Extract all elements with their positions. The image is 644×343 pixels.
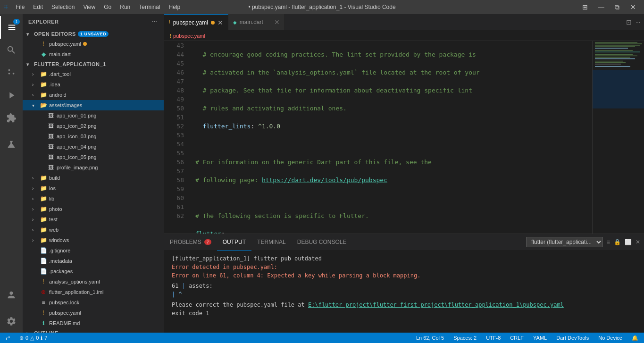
file-profile-image[interactable]: 🖼 profile_image.png bbox=[23, 162, 164, 173]
activity-item-test[interactable] bbox=[0, 133, 23, 156]
activity-item-run[interactable] bbox=[0, 84, 23, 107]
minimize-button[interactable]: — bbox=[594, 0, 608, 14]
warning-icon: △ bbox=[30, 335, 34, 341]
menu-run[interactable]: Run bbox=[116, 3, 134, 11]
project-arrow: ▾ bbox=[26, 62, 34, 67]
status-errors[interactable]: ⊗ 0 △ 0 ℹ 7 bbox=[17, 335, 49, 341]
folder-idea[interactable]: › 📁 .idea bbox=[23, 79, 164, 90]
code-line-50: # following page: https://dart.dev/tools… bbox=[195, 176, 585, 184]
folder-android[interactable]: › 📁 android bbox=[23, 90, 164, 100]
code-area[interactable]: # encourage good coding practices. The l… bbox=[188, 41, 592, 234]
maximize-button[interactable]: ⧉ bbox=[610, 0, 624, 14]
app-icon-04-label: app_icon_04.png bbox=[57, 144, 96, 150]
tab-main[interactable]: ◆ main.dart ✕ bbox=[228, 14, 285, 30]
warn-icon2: ! bbox=[40, 309, 47, 317]
folder-icon6: 📁 bbox=[40, 184, 47, 192]
status-devtools[interactable]: Dart DevTools bbox=[554, 335, 591, 341]
line-numbers: 43 44 45 46 47 48 49 50 51 52 53 54 55 5… bbox=[164, 41, 188, 234]
tab-close-main[interactable]: ✕ bbox=[274, 18, 280, 26]
menu-terminal[interactable]: Terminal bbox=[135, 3, 164, 11]
folder-arrow9: › bbox=[32, 217, 40, 222]
file-pubspec-yaml[interactable]: ! pubspec.yaml bbox=[23, 308, 164, 318]
code-line-46: # rules and activating additional ones. bbox=[195, 104, 585, 113]
folder-test[interactable]: › 📁 test bbox=[23, 214, 164, 225]
menu-file[interactable]: File bbox=[12, 3, 28, 11]
file-app-icon-05[interactable]: 🖼 app_icon_05.png bbox=[23, 152, 164, 162]
panel-lock-icon[interactable]: 🔒 bbox=[614, 239, 621, 245]
ln-53: 53 bbox=[168, 131, 184, 140]
outline-section[interactable]: › OUTLINE bbox=[23, 328, 164, 333]
activity-item-search[interactable] bbox=[0, 39, 23, 61]
open-editor-pubspec[interactable]: ! pubspec.yaml bbox=[23, 39, 164, 49]
panel-tabs: PROBLEMS 7 OUTPUT TERMINAL DEBUG CONSOLE… bbox=[164, 234, 644, 251]
tab-problems[interactable]: PROBLEMS 7 bbox=[164, 234, 217, 251]
tab-bar: ! pubspec.yaml ✕ ◆ main.dart ✕ ⊡ ··· bbox=[164, 14, 644, 31]
breadcrumb-icon: ! bbox=[170, 33, 171, 39]
editor-panel-container: 43 44 45 46 47 48 49 50 51 52 53 54 55 5… bbox=[164, 41, 644, 333]
ln-43: 43 bbox=[168, 41, 184, 50]
open-editors-section[interactable]: ▾ OPEN EDITORS 1 UNSAVED bbox=[23, 29, 164, 39]
tab-close-pubspec[interactable]: ✕ bbox=[217, 19, 223, 26]
tab-pubspec[interactable]: ! pubspec.yaml ✕ bbox=[164, 14, 228, 30]
layout-button[interactable]: ⊞ bbox=[578, 0, 592, 14]
file-app-icon-01[interactable]: 🖼 app_icon_01.png bbox=[23, 110, 164, 121]
folder-dart-tool[interactable]: › 📁 .dart_tool bbox=[23, 69, 164, 79]
menu-go[interactable]: Go bbox=[100, 3, 115, 11]
status-remote[interactable]: ⇄ bbox=[4, 335, 12, 341]
split-editor-icon[interactable]: ⊡ bbox=[626, 18, 632, 26]
project-section[interactable]: ▾ FLUTTER_APPLICATION_1 bbox=[23, 59, 164, 69]
file-pubspec-lock[interactable]: ≡ pubspec.lock bbox=[23, 297, 164, 308]
folder-windows[interactable]: › 📁 windows bbox=[23, 235, 164, 245]
file-metadata[interactable]: 📄 .metadata bbox=[23, 256, 164, 266]
sidebar-header: EXPLORER ··· bbox=[23, 14, 164, 29]
folder-photo[interactable]: › 📁 photo bbox=[23, 204, 164, 214]
menu-edit[interactable]: Edit bbox=[29, 3, 47, 11]
status-spaces[interactable]: Spaces: 2 bbox=[452, 335, 478, 341]
activity-item-settings[interactable] bbox=[0, 310, 23, 333]
status-left: ⇄ ⊗ 0 △ 0 ℹ 7 bbox=[4, 335, 49, 341]
folder-web[interactable]: › 📁 web bbox=[23, 225, 164, 235]
panel-close-icon[interactable]: ✕ bbox=[636, 239, 640, 245]
file-packages[interactable]: 📄 .packages bbox=[23, 266, 164, 276]
status-language[interactable]: YAML bbox=[531, 335, 549, 341]
file-flutter-iml[interactable]: ⊛ flutter_application_1.iml bbox=[23, 287, 164, 297]
panel-maximize-icon[interactable]: ⬜ bbox=[625, 239, 632, 245]
activity-item-explorer[interactable]: 1 bbox=[0, 16, 23, 39]
folder-lib[interactable]: › 📁 lib bbox=[23, 193, 164, 204]
panel-list-icon[interactable]: ≡ bbox=[607, 239, 610, 245]
close-button[interactable]: ✕ bbox=[626, 0, 640, 14]
status-bell[interactable]: 🔔 bbox=[630, 335, 640, 341]
file-analysis-options[interactable]: ! analysis_options.yaml bbox=[23, 276, 164, 287]
file-app-icon-02[interactable]: 🖼 app_icon_02.png bbox=[23, 121, 164, 131]
activity-item-extensions[interactable] bbox=[0, 107, 23, 129]
activity-item-source-control[interactable] bbox=[0, 61, 23, 84]
menu-help[interactable]: Help bbox=[165, 3, 184, 11]
folder-assets-images[interactable]: ▾ 📂 assets\images bbox=[23, 100, 164, 110]
status-position[interactable]: Ln 62, Col 5 bbox=[414, 335, 446, 341]
file-readme[interactable]: ℹ README.md bbox=[23, 318, 164, 328]
editor-area: ! pubspec.yaml ✕ ◆ main.dart ✕ ⊡ ··· ! p… bbox=[164, 14, 644, 333]
file-app-icon-03[interactable]: 🖼 app_icon_03.png bbox=[23, 131, 164, 142]
tab-output[interactable]: OUTPUT bbox=[217, 234, 251, 251]
menu-view[interactable]: View bbox=[79, 3, 99, 11]
tab-debug-console[interactable]: DEBUG CONSOLE bbox=[292, 234, 352, 251]
status-encoding[interactable]: UTF-8 bbox=[484, 335, 502, 341]
warning-count: 0 bbox=[36, 335, 39, 341]
main-layout: 1 EXPLORER ··· bbox=[0, 14, 644, 333]
output-line1: [flutter_application_1] flutter pub outd… bbox=[172, 254, 636, 263]
activity-item-account[interactable] bbox=[0, 284, 23, 306]
status-line-ending[interactable]: CRLF bbox=[508, 335, 526, 341]
sidebar-menu-icon[interactable]: ··· bbox=[151, 18, 158, 25]
file-gitignore[interactable]: 📄 .gitignore bbox=[23, 245, 164, 256]
folder-icon3: 📁 bbox=[40, 91, 47, 99]
file-app-icon-04[interactable]: 🖼 app_icon_04.png bbox=[23, 142, 164, 152]
folder-ios[interactable]: › 📁 ios bbox=[23, 183, 164, 193]
project-label: FLUTTER_APPLICATION_1 bbox=[34, 61, 106, 67]
output-source-dropdown[interactable]: flutter (flutter_applicati... bbox=[526, 237, 603, 247]
menu-selection[interactable]: Selection bbox=[48, 3, 78, 11]
more-actions-icon[interactable]: ··· bbox=[636, 19, 640, 25]
open-editor-main[interactable]: ◆ main.dart bbox=[23, 49, 164, 59]
tab-terminal[interactable]: TERMINAL bbox=[251, 234, 292, 251]
status-no-device[interactable]: No Device bbox=[596, 335, 624, 341]
folder-build[interactable]: › 📁 build bbox=[23, 173, 164, 183]
